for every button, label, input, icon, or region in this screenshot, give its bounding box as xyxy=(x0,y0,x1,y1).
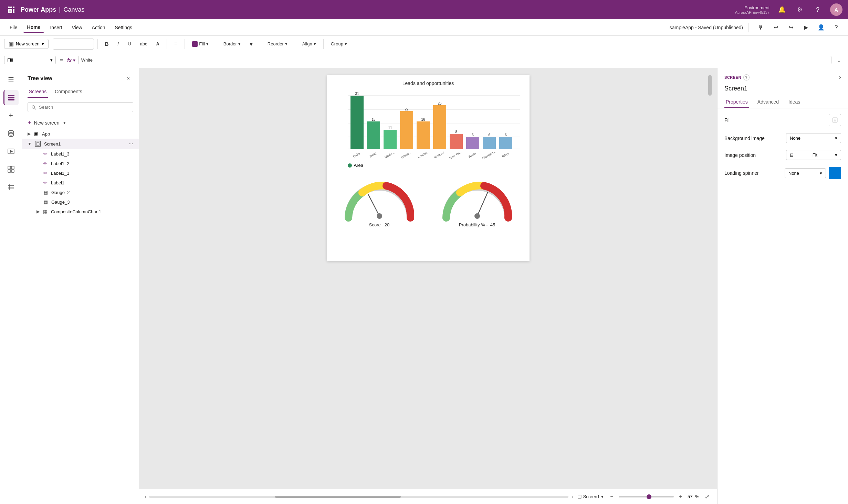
screen-selector[interactable] xyxy=(53,39,94,50)
prop-fill-label: Fill xyxy=(724,117,731,123)
zoom-slider[interactable] xyxy=(619,496,674,497)
tree-item-label1_2[interactable]: ✏ Label1_2 xyxy=(22,159,139,168)
menu-settings[interactable]: Settings xyxy=(111,23,137,32)
border-button[interactable]: Border ▾ xyxy=(220,40,244,48)
prop-tab-advanced[interactable]: Advanced xyxy=(756,96,780,108)
sidebar-components-icon[interactable] xyxy=(3,162,19,177)
new-screen-row[interactable]: + New screen ▾ xyxy=(22,116,139,129)
zoom-plus-button[interactable]: + xyxy=(677,493,685,501)
toolbar-divider-4 xyxy=(216,39,216,49)
bold-button[interactable]: B xyxy=(101,39,113,49)
play-icon[interactable]: ▶ xyxy=(800,21,812,34)
formula-property-selector[interactable]: Fill ▾ xyxy=(4,56,56,64)
screen-dropdown-icon[interactable]: ▾ xyxy=(601,494,604,499)
toolbar-divider-1 xyxy=(97,39,98,49)
hscroll-track[interactable] xyxy=(149,496,568,498)
sidebar-add-icon[interactable]: + xyxy=(3,108,19,123)
prop-tab-properties[interactable]: Properties xyxy=(724,96,749,108)
strikethrough-button[interactable]: abc xyxy=(136,40,151,48)
tree-tab-components[interactable]: Components xyxy=(53,86,83,98)
tree-item-gauge2[interactable]: ▦ Gauge_2 xyxy=(22,187,139,197)
tree-item-label1[interactable]: ✏ Label1 xyxy=(22,178,139,187)
svg-rect-4 xyxy=(10,9,12,11)
composite-collapse-icon[interactable]: ▶ xyxy=(36,209,40,214)
svg-rect-15 xyxy=(8,166,11,169)
group-button[interactable]: Group ▾ xyxy=(327,40,351,48)
waffle-icon[interactable] xyxy=(6,4,17,15)
underline-button[interactable]: U xyxy=(124,40,135,48)
notification-icon[interactable]: 🔔 xyxy=(776,4,787,15)
font-color-button[interactable]: A xyxy=(152,40,163,48)
prop-spinner-select[interactable]: None ▾ xyxy=(785,168,826,178)
zoom-minus-button[interactable]: − xyxy=(608,493,616,501)
italic-button[interactable]: / xyxy=(114,40,123,48)
settings-icon[interactable]: ⚙ xyxy=(794,4,805,15)
menu-action[interactable]: Action xyxy=(88,23,109,32)
prop-expand-icon[interactable]: › xyxy=(839,74,841,81)
svg-point-23 xyxy=(32,106,35,108)
prop-rows: Fill Background image None ▾ xyxy=(718,108,848,185)
tree-panel: Tree view × Screens Components + New scr… xyxy=(22,68,139,504)
menu-file[interactable]: File xyxy=(6,23,22,32)
chevron-down-button[interactable]: ▾ xyxy=(246,39,257,50)
tree-item-app[interactable]: ▶ ▣ App xyxy=(22,129,139,139)
sidebar-hamburger[interactable]: ☰ xyxy=(3,72,19,87)
tree-tab-screens[interactable]: Screens xyxy=(28,86,48,98)
new-screen-button[interactable]: ▣ New screen ▾ xyxy=(4,39,49,49)
formula-input[interactable]: White xyxy=(78,56,831,64)
prop-bg-image-select[interactable]: None ▾ xyxy=(786,133,841,143)
screen1-collapse-icon[interactable]: ▼ xyxy=(28,141,32,146)
tree-item-composite[interactable]: ▶ ▦ CompositeColumnChart1 xyxy=(22,207,139,216)
formula-expand-button[interactable]: ⌄ xyxy=(834,55,844,65)
menu-insert[interactable]: Insert xyxy=(46,23,66,32)
fill-color-swatch[interactable] xyxy=(829,114,841,126)
menu-view[interactable]: View xyxy=(67,23,86,32)
canvas-area: Leads and opportunities 31 xyxy=(139,68,717,504)
user-icon[interactable]: 👤 xyxy=(815,21,827,34)
align-button[interactable]: ≡ xyxy=(170,39,181,49)
canvas-scrollbar-thumb[interactable] xyxy=(708,75,712,96)
fill-button[interactable]: Fill ▾ xyxy=(188,40,212,49)
help-menu-icon[interactable]: ? xyxy=(830,21,842,34)
tree-item-label1_3[interactable]: ✏ Label1_3 xyxy=(22,149,139,159)
prop-bg-image-row: Background image None ▾ xyxy=(724,133,841,143)
tree-item-gauge3[interactable]: ▦ Gauge_3 xyxy=(22,197,139,207)
tree-item-label1_1[interactable]: ✏ Label1_1 xyxy=(22,168,139,178)
canvas-scroll[interactable]: Leads and opportunities 31 xyxy=(139,68,717,489)
hscroll-left-icon[interactable]: ‹ xyxy=(145,494,146,500)
prop-img-position-select[interactable]: ⊟ Fit ▾ xyxy=(786,150,841,160)
tree-search-box[interactable] xyxy=(28,102,133,112)
sidebar-variables-icon[interactable] xyxy=(3,180,19,195)
screen1-more-icon[interactable]: ··· xyxy=(129,141,133,147)
spinner-color-swatch[interactable] xyxy=(829,167,841,179)
align2-button[interactable]: Align ▾ xyxy=(299,40,320,48)
hscroll-right-icon[interactable]: › xyxy=(571,494,573,500)
bar-shanghai xyxy=(483,137,496,149)
svg-text:New Yor...: New Yor... xyxy=(449,150,462,160)
search-input[interactable] xyxy=(39,105,129,110)
canvas-scrollbar-track[interactable] xyxy=(708,75,712,226)
tree-item-screen1[interactable]: ▼ □ Screen1 ··· xyxy=(22,139,139,149)
redo-icon[interactable]: ↪ xyxy=(785,21,797,34)
gauge-section: Score 20 xyxy=(327,171,530,234)
menu-home[interactable]: Home xyxy=(23,22,45,33)
fullscreen-button[interactable]: ⤢ xyxy=(702,492,712,502)
help-icon[interactable]: ? xyxy=(812,4,823,15)
tree-close-button[interactable]: × xyxy=(124,74,133,83)
microphone-icon[interactable]: 🎙 xyxy=(754,21,767,34)
bar-cairo xyxy=(350,96,364,149)
new-screen-dropdown-icon[interactable]: ▾ xyxy=(63,120,66,125)
sidebar-media-icon[interactable] xyxy=(3,144,19,159)
sidebar-data-icon[interactable] xyxy=(3,126,19,141)
svg-point-12 xyxy=(9,130,13,132)
prop-help-icon[interactable]: ? xyxy=(743,74,750,81)
reorder-button[interactable]: Reorder ▾ xyxy=(264,40,291,48)
formula-fx-button[interactable]: fx ▾ xyxy=(67,57,75,63)
avatar[interactable]: A xyxy=(830,3,842,16)
prop-tab-ideas[interactable]: Ideas xyxy=(787,96,802,108)
prop-tabs: Properties Advanced Ideas xyxy=(718,96,848,108)
undo-icon[interactable]: ↩ xyxy=(770,21,782,34)
search-icon xyxy=(31,105,36,110)
canvas-bottom-bar: ‹ › ☐ Screen1 ▾ − + 57 % ⤢ xyxy=(139,489,717,504)
sidebar-layers-icon[interactable] xyxy=(3,90,19,105)
